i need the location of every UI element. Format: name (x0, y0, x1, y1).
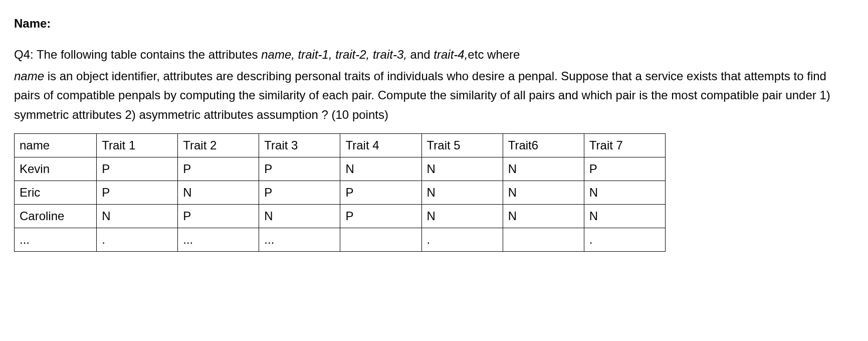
col-header-trait1: Trait 1 (97, 133, 178, 157)
cell-value (340, 228, 421, 251)
table-row: Caroline N P N P N N N (15, 204, 666, 228)
cell-value: N (259, 204, 340, 228)
cell-value: N (584, 204, 665, 228)
cell-value: N (421, 157, 503, 181)
cell-value: N (421, 181, 503, 204)
question-line-rest: name is an object identifier, attributes… (14, 67, 854, 124)
cell-value: P (259, 181, 340, 204)
cell-name: Eric (15, 181, 97, 204)
cell-value: N (421, 204, 503, 228)
question-text: Q4: The following table contains the att… (14, 45, 854, 124)
col-header-trait4: Trait 4 (340, 133, 421, 157)
cell-value: P (178, 157, 259, 181)
q-text-attrs: name, trait-1, trait-2, trait-3, (261, 48, 407, 61)
cell-value: P (178, 204, 259, 228)
question-line-1: Q4: The following table contains the att… (14, 45, 854, 64)
cell-value: N (178, 181, 259, 204)
col-header-trait2: Trait 2 (178, 133, 259, 157)
cell-value: N (503, 204, 584, 228)
cell-name: Kevin (15, 157, 97, 181)
document-page: Name: Q4: The following table contains t… (0, 0, 868, 341)
col-header-trait5: Trait 5 (421, 133, 503, 157)
cell-value: . (421, 228, 503, 251)
table-row: Eric P N P P N N N (15, 181, 666, 204)
cell-value: P (259, 157, 340, 181)
cell-value: . (97, 228, 178, 251)
cell-name: Caroline (15, 204, 97, 228)
cell-value: P (340, 204, 421, 228)
cell-value: P (97, 157, 178, 181)
cell-value: N (503, 157, 584, 181)
question-number: Q4: (14, 48, 34, 61)
table-row-ellipsis: ... . ... ... . . (15, 228, 666, 251)
col-header-name: name (15, 133, 97, 157)
table-row: Kevin P P P N N N P (15, 157, 666, 181)
cell-value: P (97, 181, 178, 204)
q-text-1c: etc where (468, 48, 520, 61)
cell-value: ... (178, 228, 259, 251)
cell-value: N (503, 181, 584, 204)
q-text-rest: is an object identifier, attributes are … (14, 69, 830, 121)
cell-value: P (584, 157, 665, 181)
q-text-1b: and (407, 48, 433, 61)
name-label-line: Name: (14, 14, 854, 33)
col-header-trait7: Trait 7 (584, 133, 665, 157)
traits-table: name Trait 1 Trait 2 Trait 3 Trait 4 Tra… (14, 133, 666, 252)
cell-value: N (584, 181, 665, 204)
cell-name: ... (15, 228, 97, 251)
q-text-1a: The following table contains the attribu… (34, 48, 262, 61)
name-label: Name: (14, 17, 51, 30)
table-header-row: name Trait 1 Trait 2 Trait 3 Trait 4 Tra… (15, 133, 666, 157)
cell-value: ... (259, 228, 340, 251)
col-header-trait3: Trait 3 (259, 133, 340, 157)
q-text-attrs-last: trait-4, (433, 48, 468, 61)
cell-value: N (340, 157, 421, 181)
cell-value: N (97, 204, 178, 228)
cell-value (503, 228, 584, 251)
cell-value: . (584, 228, 665, 251)
col-header-trait6: Trait6 (503, 133, 584, 157)
cell-value: P (340, 181, 421, 204)
q-text-name-italic: name (14, 69, 44, 83)
